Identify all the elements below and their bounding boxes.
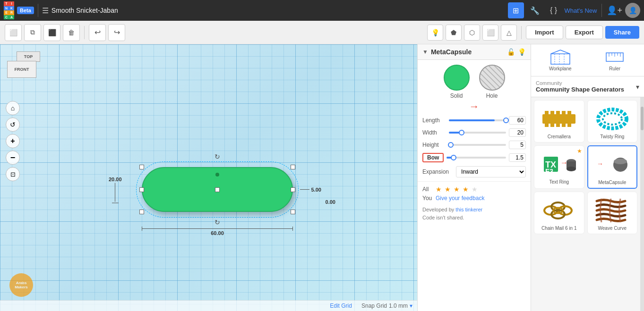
community-dropdown-arrow[interactable]: ▾	[636, 83, 639, 91]
shape-card-text-ring[interactable]: ★ TX E3 →	[534, 145, 584, 189]
star-3[interactable]: ★	[454, 185, 460, 193]
svg-rect-13	[545, 111, 549, 116]
svg-text:→: →	[597, 160, 603, 168]
svg-rect-17	[567, 111, 571, 116]
expansion-label: Expansion	[422, 168, 453, 175]
group-button[interactable]: ⬛	[43, 24, 60, 41]
you-label: You	[422, 195, 433, 202]
solid-circle	[444, 65, 470, 91]
handle-bl[interactable]	[139, 210, 144, 214]
handle-br[interactable]	[291, 210, 295, 214]
delete-button[interactable]: 🗑	[63, 24, 80, 41]
star-2[interactable]: ★	[445, 185, 451, 193]
user-avatar[interactable]: 👤	[625, 3, 640, 18]
handle-tr[interactable]	[291, 165, 295, 169]
ruler-icon	[604, 49, 625, 65]
bow-label-box[interactable]: Bow	[422, 153, 444, 162]
build-icon[interactable]: 🔧	[527, 2, 543, 18]
copy-button[interactable]: ⧉	[24, 24, 41, 41]
nav-cube[interactable]: TOP FRONT	[7, 51, 45, 94]
shape-card-weave-curve[interactable]: Weave Curve	[587, 192, 638, 234]
bow-value-input[interactable]	[509, 153, 526, 162]
svg-text:E3: E3	[545, 168, 553, 175]
snap-grid-info: Snap Grid 1.0 mm ▾	[361, 303, 412, 309]
whats-new-link[interactable]: What's New	[565, 7, 597, 14]
bow-slider-track[interactable]	[447, 157, 506, 159]
workplane-label: Workplane	[549, 66, 572, 71]
svg-point-34	[614, 159, 627, 164]
toolbar-sep-2	[521, 26, 522, 39]
redo-button[interactable]: ↪	[108, 24, 125, 41]
twisty-ring-image	[592, 103, 632, 134]
code-icon[interactable]: { }	[546, 2, 562, 18]
handle-ml[interactable]	[139, 187, 144, 192]
shape-card-cremallera[interactable]: Cremallera	[534, 100, 584, 143]
star-5[interactable]: ★	[472, 185, 478, 193]
export-button[interactable]: Export	[566, 25, 603, 39]
import-button[interactable]: Import	[526, 25, 563, 39]
shapes-grid: Cremallera	[531, 97, 640, 311]
tinkercad-logo[interactable]: T I N K E R C A	[4, 1, 14, 19]
width-slider-track[interactable]	[449, 132, 506, 134]
width-value-input[interactable]	[509, 128, 526, 137]
zoom-out-button[interactable]: −	[6, 151, 20, 165]
expansion-select[interactable]: Inward Outward None	[456, 166, 526, 177]
ruler-button[interactable]: Ruler	[589, 47, 642, 73]
view-icon-2[interactable]: ⬟	[446, 25, 462, 41]
text-ring-name: Text Ring	[549, 179, 569, 185]
shape-card-chain-mail[interactable]: Chain Mail 6 in 1	[534, 192, 584, 234]
length-slider-track[interactable]	[449, 119, 506, 121]
feedback-link[interactable]: Give your feedback	[436, 195, 484, 202]
scrollbar[interactable]	[640, 97, 644, 311]
undo-button[interactable]: ↩	[89, 24, 106, 41]
rotate-handle-top[interactable]: ↻	[215, 153, 220, 160]
rotate-button[interactable]: ↺	[6, 118, 20, 132]
beta-badge: Beta	[17, 7, 34, 14]
edit-grid-link[interactable]: Edit Grid	[330, 303, 352, 309]
height-row: Height	[418, 139, 531, 151]
chain-mail-image	[539, 195, 579, 226]
home-button[interactable]: ⌂	[6, 101, 20, 115]
dev-link[interactable]: this tinkerer	[455, 207, 482, 212]
length-dimension: 60.00	[142, 228, 293, 236]
workplane-button[interactable]: Workplane	[534, 47, 587, 73]
visibility-icon[interactable]: 💡	[518, 48, 526, 56]
star-4[interactable]: ★	[463, 185, 469, 193]
view-icon-3[interactable]: ⬡	[464, 25, 480, 41]
metacapsule-shape[interactable]	[142, 167, 293, 212]
share-button[interactable]: Share	[605, 26, 639, 39]
view-icon-5[interactable]: △	[501, 25, 517, 41]
shape-card-twisty-ring[interactable]: Twisty Ring	[587, 100, 638, 143]
add-user-button[interactable]: 👤+	[607, 5, 622, 16]
grid-view-icon[interactable]: ⊞	[508, 2, 524, 18]
metacapsule-name: MetaCapsule	[598, 180, 626, 185]
hole-type[interactable]: Hole	[479, 65, 505, 99]
solid-type[interactable]: Solid	[444, 65, 470, 99]
lock-icon[interactable]: 🔓	[507, 48, 515, 56]
rotate-handle-bottom[interactable]: ↻	[215, 219, 220, 226]
project-name[interactable]: Smooth Snicket-Jaban	[52, 7, 118, 14]
height-slider-track[interactable]	[449, 144, 506, 146]
shape-card-metacapsule[interactable]: → MetaCapsule	[587, 145, 638, 189]
bottom-info: Edit Grid Snap Grid 1.0 mm ▾	[0, 300, 417, 311]
handle-tl[interactable]	[139, 165, 144, 169]
fit-view-button[interactable]: ⊡	[6, 167, 20, 181]
menu-icon[interactable]: ☰	[42, 6, 49, 15]
scrollbar-thumb[interactable]	[641, 107, 644, 130]
height-value-input[interactable]	[509, 141, 526, 149]
handle-mr[interactable]	[291, 187, 295, 192]
length-value-input[interactable]	[509, 116, 526, 125]
new-button[interactable]: ⬜	[5, 24, 22, 41]
viewport[interactable]: TOP FRONT ⌂ ↺ + − ⊡ ↻ ↻	[0, 44, 417, 311]
panel-title: MetaCapsule	[431, 48, 504, 56]
view-icon-4[interactable]: ⬜	[482, 25, 498, 41]
svg-point-24	[603, 113, 622, 125]
view-icon-1[interactable]: 💡	[427, 25, 443, 41]
star-1[interactable]: ★	[436, 185, 442, 193]
hole-label: Hole	[486, 92, 498, 99]
length-row: Length	[418, 114, 531, 126]
panel-collapse-icon[interactable]: ▼	[422, 49, 428, 55]
zoom-in-button[interactable]: +	[6, 134, 20, 148]
shape-wrapper[interactable]: ↻ ↻ 20.00	[142, 167, 293, 212]
center-handle[interactable]	[215, 187, 220, 192]
